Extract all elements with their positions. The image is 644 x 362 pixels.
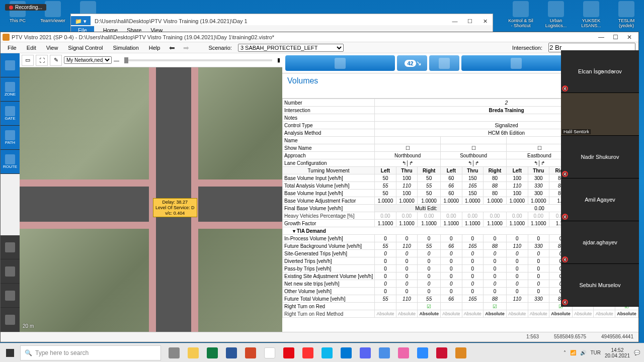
- cell[interactable]: 55: [418, 242, 441, 250]
- cell[interactable]: Absolute: [462, 310, 483, 318]
- participant-card[interactable]: Amil Agayev🔇: [561, 178, 639, 221]
- cell[interactable]: 88: [484, 182, 507, 190]
- cell[interactable]: 1.0000: [528, 197, 549, 205]
- cell[interactable]: 0: [418, 235, 441, 242]
- cell[interactable]: 0: [528, 273, 549, 280]
- tool-misc[interactable]: [1, 284, 20, 308]
- tool-route[interactable]: ROUTE: [1, 150, 20, 174]
- cell[interactable]: 60: [441, 174, 462, 182]
- cell[interactable]: 0: [375, 273, 396, 280]
- menu-view[interactable]: View: [42, 44, 62, 52]
- cell[interactable]: 110: [396, 242, 417, 250]
- cell[interactable]: 0: [462, 250, 483, 257]
- cell[interactable]: 50: [418, 174, 441, 182]
- taskbar-app[interactable]: [452, 344, 470, 361]
- network-select[interactable]: My Network,ned_ca...: [64, 56, 112, 64]
- checkbox[interactable]: [418, 303, 441, 310]
- nav-forward-icon[interactable]: ➡: [180, 44, 192, 52]
- cell[interactable]: 110: [507, 295, 528, 303]
- map-tool-edit-icon[interactable]: ✎: [50, 55, 62, 66]
- taskbar-app[interactable]: [394, 344, 413, 361]
- cell[interactable]: 0: [528, 280, 549, 288]
- taskbar-app[interactable]: [337, 344, 355, 361]
- cell[interactable]: 330: [528, 295, 549, 303]
- cell[interactable]: 0: [375, 257, 396, 265]
- cell[interactable]: 0: [375, 288, 396, 295]
- cell[interactable]: 0: [462, 288, 483, 295]
- cell[interactable]: 66: [441, 242, 462, 250]
- cell[interactable]: 110: [507, 242, 528, 250]
- cell[interactable]: 330: [528, 242, 549, 250]
- cell[interactable]: Absolute: [572, 310, 593, 318]
- cell[interactable]: Absolute: [528, 310, 549, 318]
- participant-card[interactable]: Sebuhi Murselov🔇: [561, 264, 639, 307]
- cell[interactable]: 0: [507, 265, 528, 273]
- menu-file[interactable]: File: [4, 44, 21, 52]
- cell[interactable]: 1.1000: [441, 220, 462, 227]
- cell[interactable]: 100: [396, 174, 417, 182]
- cell[interactable]: 0: [507, 273, 528, 280]
- cell[interactable]: Absolute: [484, 310, 507, 318]
- cell[interactable]: 0: [507, 235, 528, 242]
- cell[interactable]: 0: [484, 265, 507, 273]
- cell[interactable]: 66: [441, 295, 462, 303]
- cell[interactable]: 0.00: [462, 212, 483, 220]
- cell[interactable]: 1.0000: [484, 197, 507, 205]
- map-tool-fit-icon[interactable]: ⛶: [36, 55, 48, 66]
- cell[interactable]: 0: [507, 257, 528, 265]
- cell[interactable]: 0: [375, 250, 396, 257]
- cell[interactable]: 0: [484, 288, 507, 295]
- cell[interactable]: 0: [418, 257, 441, 265]
- cell[interactable]: 0: [441, 288, 462, 295]
- cell[interactable]: 55: [418, 295, 441, 303]
- cell[interactable]: 0: [396, 250, 417, 257]
- cell[interactable]: 0: [441, 265, 462, 273]
- taskbar-app[interactable]: [280, 344, 298, 361]
- cell[interactable]: 165: [462, 242, 483, 250]
- participant-card[interactable]: Halil Sentürk: [561, 93, 639, 136]
- cell[interactable]: 0: [484, 257, 507, 265]
- cell[interactable]: 1.0000: [418, 197, 441, 205]
- cell[interactable]: Absolute: [375, 310, 396, 318]
- desktop-icon[interactable]: YUKSEK LISANS...: [579, 1, 604, 29]
- tool-gate[interactable]: GATE: [1, 102, 20, 126]
- taskbar-app[interactable]: [165, 344, 183, 361]
- cell[interactable]: 1.0000: [507, 197, 528, 205]
- explorer-path[interactable]: D:\Users\halil\Desktop\PTV Vistro Traini…: [91, 18, 447, 24]
- cell[interactable]: 0: [528, 288, 549, 295]
- cell[interactable]: 1.1000: [507, 220, 528, 227]
- cell[interactable]: 0: [418, 273, 441, 280]
- lane-config-icon[interactable]: ↰│↱: [375, 159, 441, 167]
- cell[interactable]: 0.00: [418, 212, 441, 220]
- cell[interactable]: 110: [396, 295, 417, 303]
- cell[interactable]: 0.00: [528, 212, 549, 220]
- cell[interactable]: 0: [396, 280, 417, 288]
- cell[interactable]: 50: [375, 190, 396, 197]
- cell[interactable]: 1.0000: [462, 197, 483, 205]
- menu-signal[interactable]: Signal Control: [64, 44, 107, 52]
- cell[interactable]: 0: [528, 235, 549, 242]
- maximize-button[interactable]: ☐: [608, 33, 622, 42]
- menu-edit[interactable]: Edit: [23, 44, 40, 52]
- cell[interactable]: 0.00: [507, 212, 528, 220]
- cell[interactable]: 0: [441, 280, 462, 288]
- cell[interactable]: 80: [484, 190, 507, 197]
- tool-path[interactable]: PATH: [1, 126, 20, 150]
- desktop-icon[interactable]: TESLIM (yedek): [614, 1, 639, 29]
- close-button[interactable]: ✕: [622, 33, 636, 42]
- cell[interactable]: Absolute: [594, 310, 615, 318]
- start-button[interactable]: [0, 343, 20, 362]
- cell[interactable]: 80: [484, 174, 507, 182]
- cell[interactable]: 0: [441, 273, 462, 280]
- cell[interactable]: 0: [507, 280, 528, 288]
- tray-clock[interactable]: 14:5220.04.2021: [605, 347, 630, 358]
- cell[interactable]: 0: [528, 250, 549, 257]
- cell[interactable]: 0: [441, 257, 462, 265]
- cell[interactable]: 0.00: [441, 212, 462, 220]
- cell[interactable]: 0: [484, 280, 507, 288]
- cell[interactable]: 0: [462, 265, 483, 273]
- tool-zone[interactable]: ZONE: [1, 77, 20, 102]
- menu-help[interactable]: Help: [145, 44, 165, 52]
- cell[interactable]: 100: [396, 190, 417, 197]
- map-tool-select-icon[interactable]: ▭: [22, 55, 34, 66]
